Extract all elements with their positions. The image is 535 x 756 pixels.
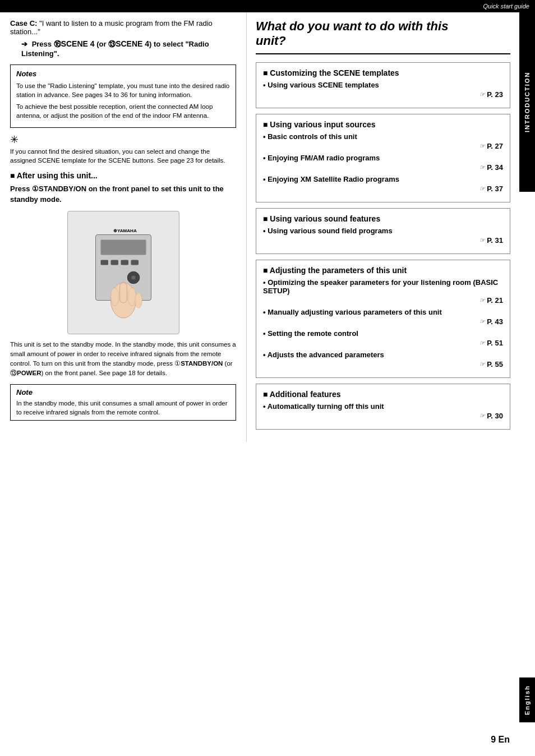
block-header-params: Adjusting the parameters of this unit: [263, 266, 503, 275]
feature-item-optimize: Optimizing the speaker parameters for yo…: [263, 278, 503, 295]
note-box-small: Note In the standby mode, this unit cons…: [10, 384, 236, 421]
feature-item-sound-field: Using various sound field programs: [263, 227, 503, 235]
feature-block-params: Adjusting the parameters of this unit Op…: [256, 260, 510, 378]
standby-instruction: Press ①STANDBY/ON on the front panel to …: [10, 183, 236, 205]
feature-item-remote: Setting the remote control: [263, 329, 503, 338]
svg-rect-6: [131, 260, 139, 265]
page-ref-advanced: ☞ P. 55: [263, 360, 503, 368]
page-ref-sound: ☞ P. 31: [263, 236, 503, 245]
notes-title: Notes: [16, 70, 230, 78]
right-column: What do you want to do with this unit? C…: [247, 12, 519, 442]
feature-item-auto-off: Automatically turning off this unit: [263, 402, 503, 411]
feature-item-scene-templates: Using various SCENE templates: [263, 81, 503, 89]
feature-item-basic: Basic controls of this unit: [263, 132, 503, 141]
note-small-title: Note: [16, 388, 230, 397]
top-bar: Quick start guide: [0, 0, 535, 12]
notes-box: Notes To use the "Radio Listening" templ…: [10, 64, 236, 128]
svg-rect-3: [100, 260, 108, 265]
page-ref-icon-xm: ☞: [479, 185, 485, 192]
note2: To achieve the best possible reception, …: [16, 102, 230, 120]
block-header-scene: Customizing the SCENE templates: [263, 68, 503, 77]
svg-point-13: [135, 293, 142, 308]
case-title: Case C: "I want to listen to a music pro…: [10, 19, 236, 36]
tip-text: If you cannot find the desired situation…: [10, 147, 236, 165]
page-ref-auto-off: ☞ P. 30: [263, 412, 503, 420]
press-label: Press ⑯SCENE 4: [32, 40, 97, 48]
block-header-additional: Additional features: [263, 390, 503, 399]
page-ref-icon-remote: ☞: [479, 339, 485, 347]
svg-point-8: [131, 275, 135, 279]
svg-rect-10: [119, 283, 127, 303]
page-ref-icon: ☞: [479, 91, 485, 98]
page-ref-basic: ☞ P. 27: [263, 142, 503, 150]
page-ref-icon-fmam: ☞: [479, 164, 485, 171]
page-ref-fmam: ☞ P. 34: [263, 163, 503, 172]
svg-rect-5: [121, 260, 128, 265]
page-ref-icon-auto-off: ☞: [479, 412, 485, 420]
svg-point-11: [110, 288, 118, 306]
tip-icon: ✳: [10, 133, 236, 146]
page-number: 9 En: [491, 735, 510, 745]
press-instruction: ➔ Press ⑯SCENE 4 (or ⑬SCENE 4) to select…: [21, 39, 236, 58]
feature-item-advanced: Adjusts the advanced parameters: [263, 351, 503, 359]
note1: To use the "Radio Listening" template, y…: [16, 81, 230, 99]
page-ref-icon-sound: ☞: [479, 237, 485, 244]
block-header-input: Using various input sources: [263, 120, 503, 129]
svg-point-12: [128, 288, 136, 306]
feature-block-input: Using various input sources Basic contro…: [256, 114, 510, 202]
feature-item-xm: Enjoying XM Satellite Radio programs: [263, 175, 503, 183]
content-area: Case C: "I want to listen to a music pro…: [0, 12, 519, 442]
svg-text:⊕YAMAHA: ⊕YAMAHA: [113, 228, 137, 233]
feature-block-scene: Customizing the SCENE templates Using va…: [256, 62, 510, 108]
note-small-text: In the standby mode, this unit consumes …: [16, 399, 230, 417]
side-tab-introduction: INTRODUCTION: [519, 12, 535, 192]
block-header-sound: Using various sound features: [263, 214, 503, 223]
page-ref-icon-advanced: ☞: [479, 361, 485, 368]
arrow-icon: ➔: [21, 40, 27, 48]
side-tab-english: English: [519, 677, 535, 722]
left-column: Case C: "I want to listen to a music pro…: [0, 12, 247, 442]
feature-item-manual-adjust: Manually adjusting various parameters of…: [263, 308, 503, 316]
feature-block-sound: Using various sound features Using vario…: [256, 208, 510, 254]
feature-block-additional: Additional features Automatically turnin…: [256, 384, 510, 430]
svg-rect-4: [110, 260, 118, 265]
case-section: Case C: "I want to listen to a music pro…: [10, 19, 236, 58]
after-section-header: After using this unit...: [10, 171, 236, 180]
right-col-title: What do you want to do with this unit?: [256, 19, 510, 54]
page-ref-scene: ☞ P. 23: [263, 90, 503, 99]
svg-rect-2: [100, 239, 146, 255]
guide-label: Quick start guide: [483, 3, 529, 10]
page-ref-remote: ☞ P. 51: [263, 339, 503, 347]
page-ref-xm: ☞ P. 37: [263, 185, 503, 193]
page-ref-optimize: ☞ P. 21: [263, 296, 503, 305]
page-ref-icon-optimize: ☞: [479, 297, 485, 304]
page-ref-icon-basic: ☞: [479, 142, 485, 150]
device-image: ⊕YAMAHA: [67, 211, 179, 334]
page-ref-num-scene: P. 23: [487, 90, 503, 99]
feature-item-fmam: Enjoying FM/AM radio programs: [263, 154, 503, 162]
page-ref-icon-manual: ☞: [479, 318, 485, 325]
page-ref-manual: ☞ P. 43: [263, 317, 503, 326]
standby-description: This unit is set to the standby mode. In…: [10, 340, 236, 379]
hand-illustration: ⊕YAMAHA: [81, 222, 165, 323]
